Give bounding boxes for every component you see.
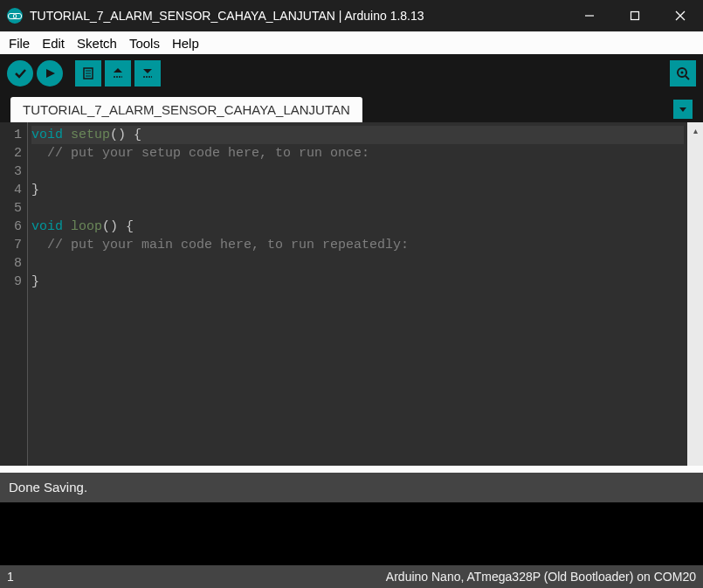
- line-number-gutter: 123456789: [0, 122, 28, 466]
- menu-help[interactable]: Help: [167, 34, 204, 52]
- new-sketch-button[interactable]: [75, 60, 101, 86]
- menu-edit[interactable]: Edit: [37, 34, 70, 52]
- serial-monitor-button[interactable]: [670, 60, 696, 86]
- open-sketch-button[interactable]: [105, 60, 131, 86]
- tab-menu-button[interactable]: [673, 100, 693, 119]
- save-sketch-button[interactable]: [134, 60, 161, 86]
- menu-sketch[interactable]: Sketch: [72, 34, 122, 52]
- menu-file[interactable]: File: [3, 34, 35, 52]
- maximize-button[interactable]: [612, 0, 658, 31]
- menu-bar: File Edit Sketch Tools Help: [0, 31, 703, 54]
- minimize-button[interactable]: [567, 0, 612, 31]
- cursor-line: 1: [7, 570, 14, 584]
- code-editor[interactable]: 123456789 void setup() { // put your set…: [0, 122, 703, 466]
- window-title: TUTORIAL_7_ALARM_SENSOR_CAHAYA_LANJUTAN …: [30, 9, 567, 23]
- footer-bar: 1 Arduino Nano, ATmega328P (Old Bootload…: [0, 565, 703, 588]
- svg-rect-1: [631, 12, 639, 20]
- svg-point-15: [681, 72, 684, 74]
- svg-marker-16: [679, 107, 686, 112]
- tab-bar: TUTORIAL_7_ALARM_SENSOR_CAHAYA_LANJUTAN: [0, 93, 703, 122]
- window-controls: [567, 0, 703, 31]
- svg-marker-11: [143, 69, 152, 73]
- svg-marker-9: [114, 68, 122, 73]
- toolbar: [0, 54, 703, 93]
- status-message: Done Saving.: [0, 473, 703, 502]
- menu-tools[interactable]: Tools: [124, 34, 165, 52]
- svg-marker-4: [46, 69, 55, 78]
- svg-line-14: [686, 76, 689, 80]
- pane-divider[interactable]: [0, 466, 703, 473]
- vertical-scrollbar[interactable]: ▴: [687, 122, 703, 466]
- arduino-logo-icon: [7, 8, 23, 24]
- scroll-up-icon[interactable]: ▴: [687, 122, 703, 138]
- code-area[interactable]: void setup() { // put your setup code he…: [28, 122, 687, 466]
- upload-button[interactable]: [37, 60, 63, 86]
- title-bar: TUTORIAL_7_ALARM_SENSOR_CAHAYA_LANJUTAN …: [0, 0, 703, 31]
- console-output[interactable]: [0, 502, 703, 565]
- verify-button[interactable]: [7, 60, 33, 86]
- close-button[interactable]: [658, 0, 703, 31]
- sketch-tab[interactable]: TUTORIAL_7_ALARM_SENSOR_CAHAYA_LANJUTAN: [10, 97, 362, 122]
- board-info: Arduino Nano, ATmega328P (Old Bootloader…: [386, 570, 696, 584]
